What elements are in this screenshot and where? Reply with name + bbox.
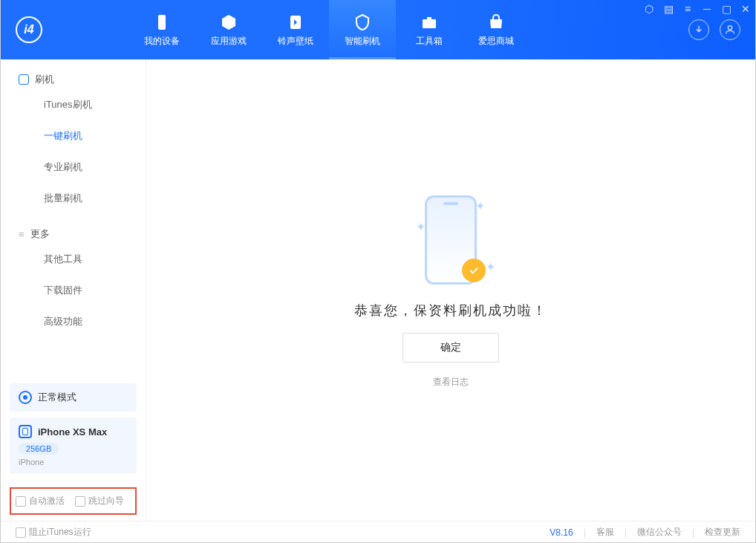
sidebar-item-onekey-flash[interactable]: 一键刷机: [1, 120, 146, 152]
ok-button[interactable]: 确定: [403, 333, 499, 362]
sidebar-item-download-firmware[interactable]: 下载固件: [1, 275, 146, 306]
header: ⬡ ▤ ≡ ─ ▢ ✕ i4 爱思助手 www.i4.cn 我的设备 应用游戏 …: [1, 0, 755, 59]
sidebar: 刷机 iTunes刷机 一键刷机 专业刷机 批量刷机 ≡ 更多 其他工具 下载固…: [1, 59, 146, 521]
shield-icon: [353, 13, 372, 32]
svg-point-4: [728, 26, 731, 30]
sparkle-icon: ✦: [486, 260, 492, 266]
logo[interactable]: i4 爱思助手 www.i4.cn: [1, 0, 121, 59]
device-small-icon: [19, 74, 29, 85]
toolbox-icon: [420, 13, 439, 32]
sparkle-icon: ✦: [416, 220, 422, 226]
tab-my-device[interactable]: 我的设备: [128, 0, 195, 59]
sidebar-item-other-tools[interactable]: 其他工具: [1, 244, 146, 275]
download-icon[interactable]: [688, 19, 709, 40]
mode-icon: [19, 391, 32, 404]
checkbox-block-itunes[interactable]: 阻止iTunes运行: [16, 526, 91, 539]
content-area: ✦ ✦ ✦ 恭喜您，保资料刷机成功啦！ 确定 查看日志: [146, 59, 755, 521]
view-log-link[interactable]: 查看日志: [433, 376, 469, 388]
user-icon[interactable]: [720, 19, 740, 40]
checkbox-auto-activate[interactable]: 自动激活: [16, 495, 65, 507]
sidebar-item-pro-flash[interactable]: 专业刷机: [1, 152, 146, 183]
device-mode-status[interactable]: 正常模式: [10, 383, 137, 412]
check-badge-icon: [462, 259, 486, 282]
minimize-icon[interactable]: ─: [701, 3, 713, 15]
window-controls: ⬡ ▤ ≡ ─ ▢ ✕: [643, 3, 752, 15]
device-card[interactable]: iPhone XS Max 256GB iPhone: [10, 417, 137, 474]
tab-apps-games[interactable]: 应用游戏: [195, 0, 262, 59]
wechat-link[interactable]: 微信公众号: [637, 526, 682, 539]
svg-rect-2: [423, 19, 436, 28]
device-name: iPhone XS Max: [38, 426, 107, 438]
device-storage: 256GB: [19, 443, 59, 455]
sidebar-item-itunes-flash[interactable]: iTunes刷机: [1, 89, 146, 120]
menu-small-icon: ≡: [19, 229, 25, 240]
phone-small-icon: [19, 425, 32, 438]
check-update-link[interactable]: 检查更新: [705, 526, 740, 539]
success-message: 恭喜您，保资料刷机成功啦！: [354, 302, 547, 319]
svg-rect-0: [158, 15, 166, 30]
close-icon[interactable]: ✕: [740, 3, 752, 15]
store-icon: [486, 13, 506, 32]
music-icon: [286, 13, 305, 32]
logo-icon: i4: [16, 16, 42, 43]
phone-icon: [152, 13, 172, 32]
menu-icon[interactable]: ≡: [682, 3, 694, 15]
sidebar-item-batch-flash[interactable]: 批量刷机: [1, 183, 146, 214]
tab-toolbox[interactable]: 工具箱: [396, 0, 463, 59]
shirt-icon[interactable]: ⬡: [643, 3, 655, 15]
sidebar-section-more: ≡ 更多: [1, 214, 146, 244]
device-type: iPhone: [19, 458, 128, 466]
sidebar-section-flash: 刷机: [1, 59, 146, 89]
tab-ringtones-wallpapers[interactable]: 铃声壁纸: [262, 0, 329, 59]
version-label: V8.16: [550, 527, 573, 538]
sidebar-item-advanced[interactable]: 高级功能: [1, 306, 146, 337]
svg-rect-3: [427, 17, 431, 19]
cube-icon: [219, 13, 238, 32]
footer: 阻止iTunes运行 V8.16 | 客服 | 微信公众号 | 检查更新: [1, 521, 755, 543]
flash-options-highlighted: 自动激活 跳过向导: [10, 487, 137, 515]
maximize-icon[interactable]: ▢: [720, 3, 732, 15]
nav-tabs: 我的设备 应用游戏 铃声壁纸 智能刷机 工具箱 爱思商城: [128, 0, 529, 59]
tasks-icon[interactable]: ▤: [662, 3, 674, 15]
tab-store[interactable]: 爱思商城: [463, 0, 529, 59]
tab-smart-flash[interactable]: 智能刷机: [329, 0, 396, 59]
checkbox-skip-guide[interactable]: 跳过向导: [75, 495, 124, 507]
support-link[interactable]: 客服: [596, 526, 614, 539]
success-illustration: ✦ ✦ ✦: [410, 192, 492, 288]
